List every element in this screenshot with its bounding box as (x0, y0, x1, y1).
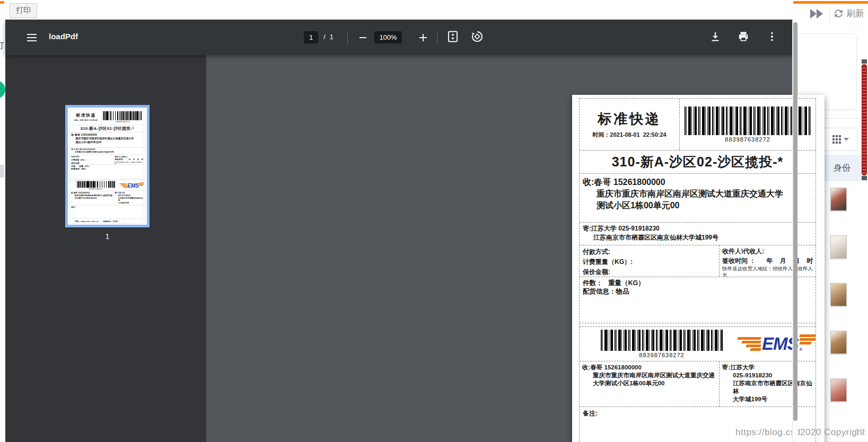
signature-cell: 收件人\代收人: 签收时间 ： 年 月 日 时 快件送达收货人地址：经收件人或收… (114, 155, 144, 164)
label-header-row: 标准快递 时间：2021-08-01 22:50:24 883987638272 (70, 109, 144, 125)
ems-logo-right-stripes (800, 333, 816, 346)
more-options-icon[interactable] (765, 29, 779, 44)
top-barcode (103, 111, 142, 120)
items-row: 件数： 重量（KG） 配货信息：物品 (70, 165, 144, 179)
toolbar-separator (347, 31, 348, 44)
receiver-name-phone: 收:春哥 15261800000 (583, 176, 812, 188)
zoom-out-button[interactable] (355, 30, 370, 45)
items-row: 件数： 重量（KG） 配货信息：物品 (580, 277, 816, 323)
page-number-input[interactable]: 1 (304, 31, 318, 43)
payment-signature-row: 付款方式: 计费重量（KG）: 保价金额: 收件人\代收人: 签收时间 ： 年 … (580, 245, 816, 277)
fast-forward-icon[interactable] (810, 9, 824, 19)
signature-cell: 收件人\代收人: 签收时间 ： 年 月 日 时 快件送达收货人地址：经收件人或收… (720, 245, 816, 277)
pdf-toolbar: loadPdf 1 / 1 100% (5, 20, 792, 55)
id-photo-thumbnail[interactable] (830, 378, 847, 402)
rotate-button[interactable] (470, 29, 485, 44)
print-button[interactable]: 打印 (10, 3, 37, 18)
id-photo-thumbnail[interactable] (830, 188, 847, 211)
sort-code-row: 310-新A-沙区02-沙区揽投-* (70, 125, 144, 132)
chevron-down-icon (844, 138, 849, 141)
grid-view-icon (832, 135, 841, 144)
bottom-sender-phone: 025-91918230 (722, 372, 813, 379)
bottom-barcode-row: 883987638272 EMS® (70, 180, 144, 191)
service-cell: 标准快递 时间：2021-08-01 22:50:24 (580, 99, 680, 150)
left-edge-partial-text: 订 (0, 40, 4, 51)
pdf-content-area: 标准快递 时间：2021-08-01 22:50:24 883987638272… (206, 55, 792, 442)
receiver-row: 收:春哥 15261800000 重庆市重庆市南岸区南岸区测试大道重庆交通大学 … (70, 132, 144, 148)
zoom-in-button[interactable] (416, 30, 431, 45)
payment-cell: 付款方式: 计费重量（KG）: 保价金额: (580, 245, 720, 277)
bottom-sender-name: 寄:江苏大学 (722, 364, 813, 372)
footer-corner-mark: L (141, 220, 142, 222)
ems-logo: EMS® (120, 181, 144, 190)
refresh-button[interactable]: 刷新 (834, 7, 864, 20)
bottom-sender-address-2: 大学城199号 (115, 201, 144, 204)
label-timestamp: 时间：2021-08-01 22:50:24 (74, 119, 98, 121)
top-barcode-number: 883987638272 (116, 120, 130, 122)
screen: 订 打印 刷新 (0, 0, 868, 442)
label-header-row: 标准快递 时间：2021-08-01 22:50:24 883987638272 (580, 99, 816, 151)
print-icon-button[interactable] (736, 29, 751, 44)
payment-method-label: 付款方式: (583, 247, 716, 257)
custom-scrollbar-thumb[interactable] (862, 64, 867, 175)
goods-info-label: 配货信息：物品 (583, 287, 812, 296)
shipping-label-sheet: 标准快递 时间：2021-08-01 22:50:24 883987638272… (572, 95, 825, 442)
download-button[interactable] (708, 29, 723, 44)
left-edge-gray-element (0, 165, 4, 178)
ems-logo-left-stripes (738, 336, 761, 352)
left-edge-green-badge (0, 81, 5, 99)
page-top-accent-left (0, 1, 4, 4)
pdf-title: loadPdf (49, 32, 78, 41)
shipping-label-sheet: 标准快递 时间：2021-08-01 22:50:24 883987638272… (68, 108, 147, 225)
id-photo-thumbnail[interactable] (830, 283, 847, 306)
id-photo-thumbnail[interactable] (830, 331, 847, 354)
watermark-url: https://blog.csd (735, 427, 800, 438)
bottom-receiver-name: 收:春哥 15261800000 (582, 364, 716, 372)
bottom-barcode-cell: 883987638272 (601, 330, 723, 358)
sender-row: 寄:江苏大学 025-91918230 江苏南京市市栖霞区区南京仙林大学城199… (580, 223, 816, 245)
receiver-row: 收:春哥 15261800000 重庆市重庆市南岸区南岸区测试大道重庆交通大学 … (580, 174, 816, 223)
remarks-row: 备注: (70, 205, 144, 219)
footer-website: 网址：www. ems. com. cn (75, 220, 99, 223)
id-photo-thumbnail[interactable] (830, 235, 847, 259)
zoom-level-input[interactable]: 100% (374, 31, 402, 43)
grid-view-button[interactable] (823, 128, 857, 151)
page-scrollbar-thumb[interactable] (793, 22, 797, 421)
fit-to-page-button[interactable] (445, 29, 460, 44)
ems-logo-text: EMS® (127, 182, 138, 189)
label-border-box: 标准快递 时间：2021-08-01 22:50:24 883987638272… (579, 98, 816, 442)
minus-icon (360, 37, 366, 38)
receiver-name-phone: 收:春哥 15261800000 (71, 133, 143, 137)
bottom-receiver-cell: 收:春哥 15261800000 重庆市重庆市南岸区南岸区测试大道重庆交通 大学… (70, 191, 114, 205)
top-barcode-cell: 883987638272 (102, 109, 144, 125)
refresh-icon (834, 8, 844, 19)
page-thumbnail-preview: 标准快递 时间：2021-08-01 22:50:24 883987638272… (68, 108, 147, 225)
bottom-sender-address-1: 江苏南京市市栖霞区区南京仙林 (115, 197, 144, 201)
billing-weight-label: 计费重量（KG）: (583, 257, 716, 267)
fit-to-page-icon (446, 30, 459, 43)
bottom-receiver-cell: 收:春哥 15261800000 重庆市重庆市南岸区南岸区测试大道重庆交通 大学… (580, 361, 720, 406)
toolbar-separator (437, 31, 437, 44)
page-thumbnail[interactable]: 标准快递 时间：2021-08-01 22:50:24 883987638272… (65, 105, 150, 227)
sender-address: 江苏南京市市栖霞区区南京仙林大学城199号 (71, 151, 143, 154)
page-scrollbar[interactable] (792, 19, 797, 442)
print-bar: 打印 (0, 0, 793, 19)
pdf-thumbnail-sidebar: 标准快递 时间：2021-08-01 22:50:24 883987638272… (5, 55, 206, 442)
bottom-sender-cell: 寄:江苏大学 025-91918230 江苏南京市市栖霞区区南京仙林 大学城19… (114, 191, 144, 205)
sort-code: 310-新A-沙区02-沙区揽投-* (80, 126, 134, 131)
menu-icon[interactable] (24, 30, 39, 45)
thumbnail-page-number: 1 (65, 232, 150, 241)
pieces-weight-label: 件数： 重量（KG） (583, 279, 812, 287)
footer-service-phone: 客服电话：11183 (103, 220, 118, 223)
bottom-address-row: 收:春哥 15261800000 重庆市重庆市南岸区南岸区测试大道重庆交通 大学… (70, 191, 144, 205)
insured-amount-label: 保价金额: (583, 267, 716, 277)
ems-logo: EMS® (738, 330, 816, 358)
receiver-address-2: 测试小区1栋00单元00 (583, 200, 812, 211)
ems-logo-right-stripes (139, 182, 144, 186)
sender-row: 寄:江苏大学 025-91918230 江苏南京市市栖霞区区南京仙林大学城199… (70, 147, 144, 154)
pdf-viewer-modal: 标准快递 时间：2021-08-01 22:50:24 883987638272… (5, 20, 792, 442)
column-header-identity: 身份 (834, 163, 851, 174)
remarks-label: 备注: (71, 206, 143, 209)
service-name: 标准快递 (76, 112, 96, 118)
bottom-barcode (601, 330, 723, 351)
